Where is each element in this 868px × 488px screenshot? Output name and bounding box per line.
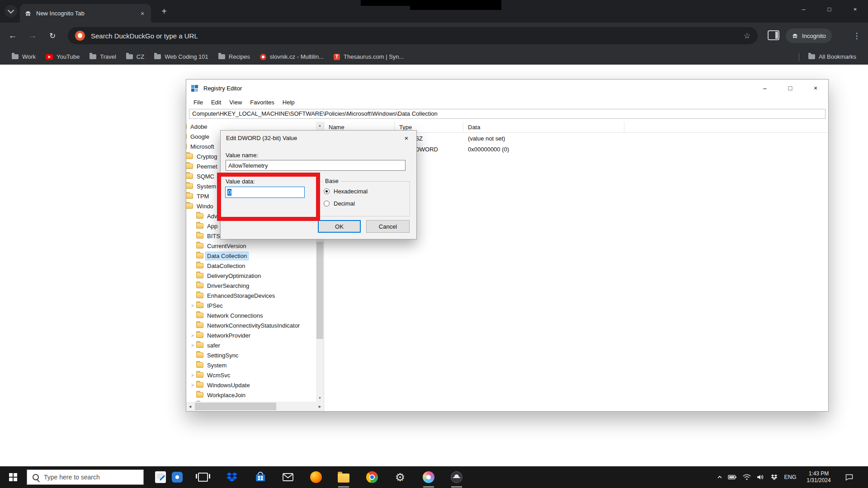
tree-horizontal-scrollbar[interactable]: ◀ ▶ (186, 402, 324, 411)
scroll-up-icon[interactable]: ▲ (316, 122, 324, 129)
value-name-input[interactable]: AllowTelemetry (226, 160, 406, 171)
battery-icon[interactable] (726, 466, 739, 488)
folder-icon (196, 303, 203, 308)
tree-item[interactable]: > IPSec (189, 300, 316, 310)
browser-toolbar: ← → ↻ Search DuckDuckGo or type a URL ☆ … (0, 23, 868, 49)
bookmark-label: slovnik.cz - Multilin... (270, 53, 324, 60)
menu-item[interactable]: File (189, 98, 207, 107)
taskbar-icon-app[interactable] (167, 466, 187, 488)
tab-close-icon[interactable]: × (138, 10, 146, 17)
bookmark-item[interactable]: Work (7, 52, 40, 62)
tree-item[interactable]: > System (189, 360, 316, 370)
tree-item[interactable]: > NetworkConnectivityStatusIndicator (189, 320, 316, 330)
taskbar-icon-task-view[interactable] (190, 466, 216, 488)
tree-item[interactable]: > DeliveryOptimization (189, 271, 316, 281)
taskbar-icon-settings[interactable]: ⚙ (387, 466, 413, 488)
registry-maximize-button[interactable]: □ (778, 80, 803, 97)
decimal-radio-row[interactable]: Decimal (324, 200, 355, 207)
chevron-right-icon[interactable]: > (189, 383, 196, 388)
taskbar-icon-mail[interactable] (275, 466, 301, 488)
taskbar-icon-store[interactable] (248, 466, 273, 488)
registry-minimize-button[interactable]: – (752, 80, 778, 97)
address-bar-text[interactable]: Search DuckDuckGo or type a URL (91, 32, 738, 40)
radio-checked-icon[interactable] (324, 188, 330, 194)
registry-close-button[interactable]: × (803, 80, 828, 97)
scroll-down-icon[interactable]: ▼ (316, 394, 324, 402)
dialog-title[interactable]: Edit DWORD (32-bit) Value (221, 131, 416, 145)
hexadecimal-radio-row[interactable]: Hexadecimal (324, 188, 368, 195)
menu-item[interactable]: Edit (207, 98, 225, 107)
start-button[interactable] (0, 466, 26, 488)
chevron-right-icon[interactable]: > (189, 333, 196, 338)
taskbar-icon-paint[interactable] (416, 466, 441, 488)
chevron-right-icon[interactable]: > (189, 373, 196, 378)
browser-tab[interactable]: New Incognito Tab × (20, 4, 151, 23)
tree-item[interactable]: > safer (189, 340, 316, 350)
volume-icon[interactable] (754, 466, 767, 488)
registry-title-bar[interactable]: Registry Editor – □ × (186, 80, 828, 97)
clock[interactable]: 1:43 PM 1/31/2024 (799, 466, 838, 488)
clock-time: 1:43 PM (809, 470, 829, 477)
menu-item[interactable]: View (225, 98, 246, 107)
address-bar[interactable]: Search DuckDuckGo or type a URL ☆ (68, 27, 758, 44)
taskbar-icon-dropbox[interactable] (219, 466, 245, 488)
tree-item[interactable]: > WindowsUpdate (189, 380, 316, 390)
bookmark-star-icon[interactable]: ☆ (744, 31, 750, 41)
hidden-icons-chevron[interactable] (713, 466, 726, 488)
registry-address-box[interactable]: Computer\HKEY_LOCAL_MACHINE\SOFTWARE\Pol… (189, 109, 826, 119)
bookmark-item[interactable]: CZ (122, 52, 149, 62)
bookmark-item[interactable]: YouTube (41, 52, 84, 62)
vertical-scroll-thumb[interactable] (316, 242, 323, 339)
tree-item[interactable]: > WorkplaceJoin (189, 390, 316, 400)
bookmark-item[interactable]: Travel (85, 52, 121, 62)
tab-search-button[interactable] (5, 5, 17, 18)
bookmark-item[interactable]: Web Coding 101 (150, 52, 213, 62)
dropbox-tray-icon[interactable] (768, 466, 780, 488)
dialog-close-button[interactable]: × (396, 131, 416, 145)
browser-maximize-button[interactable]: □ (816, 0, 842, 18)
tree-item-label: Google (189, 132, 211, 141)
menu-item[interactable]: Favorites (246, 98, 278, 107)
browser-menu-button[interactable]: ⋮ (850, 28, 863, 43)
tree-item[interactable]: > EnhancedStorageDevices (189, 291, 316, 300)
tree-item[interactable]: > NetworkProvider (189, 330, 316, 340)
menu-item[interactable]: Help (278, 98, 299, 107)
bookmark-item[interactable]: Thesaurus.com | Syn... (329, 52, 408, 62)
bookmark-item[interactable]: slovnik.cz - Multilin... (255, 52, 328, 62)
forward-button[interactable]: → (24, 27, 42, 45)
scroll-right-icon[interactable]: ▶ (316, 402, 324, 411)
taskbar-icon-chrome-incognito[interactable] (444, 466, 469, 488)
tree-item[interactable]: > CurrentVersion (189, 241, 316, 251)
browser-close-button[interactable]: × (842, 0, 868, 18)
chevron-right-icon[interactable]: > (189, 343, 196, 348)
bookmark-item[interactable]: Recipes (214, 52, 255, 62)
horizontal-scroll-thumb[interactable] (195, 403, 276, 410)
action-center-icon[interactable] (840, 466, 858, 488)
browser-minimize-button[interactable]: – (791, 0, 816, 18)
language-indicator[interactable]: ENG (782, 466, 798, 488)
tree-item[interactable]: > DriverSearching (189, 281, 316, 291)
column-header-data[interactable]: Data (463, 122, 624, 132)
new-tab-button[interactable]: + (158, 6, 170, 18)
scroll-left-icon[interactable]: ◀ (186, 402, 194, 411)
taskbar-icon-firefox[interactable] (303, 466, 329, 488)
tree-item[interactable]: > DataCollection (189, 261, 316, 271)
tree-item[interactable]: > SettingSync (189, 350, 316, 360)
network-icon[interactable] (741, 466, 753, 488)
taskbar-search-box[interactable]: Type here to search (27, 469, 144, 485)
back-button[interactable]: ← (4, 27, 22, 45)
chevron-right-icon[interactable]: > (189, 303, 196, 308)
ok-button[interactable]: OK (318, 220, 361, 233)
radio-unchecked-icon[interactable] (324, 201, 330, 206)
all-bookmarks-button[interactable]: All Bookmarks (804, 52, 861, 62)
taskbar-icon-chrome[interactable] (359, 466, 385, 488)
cancel-button[interactable]: Cancel (366, 220, 410, 233)
taskbar-icon-explorer[interactable] (331, 466, 356, 488)
tree-item[interactable]: > WcmSvc (189, 370, 316, 380)
tree-item[interactable]: > Network Connections (189, 310, 316, 320)
registry-window-controls: – □ × (752, 80, 828, 97)
reload-button[interactable]: ↻ (43, 27, 61, 45)
side-panel-icon[interactable] (768, 30, 779, 40)
incognito-icon (792, 33, 798, 39)
tree-item[interactable]: > Data Collection (189, 251, 316, 261)
